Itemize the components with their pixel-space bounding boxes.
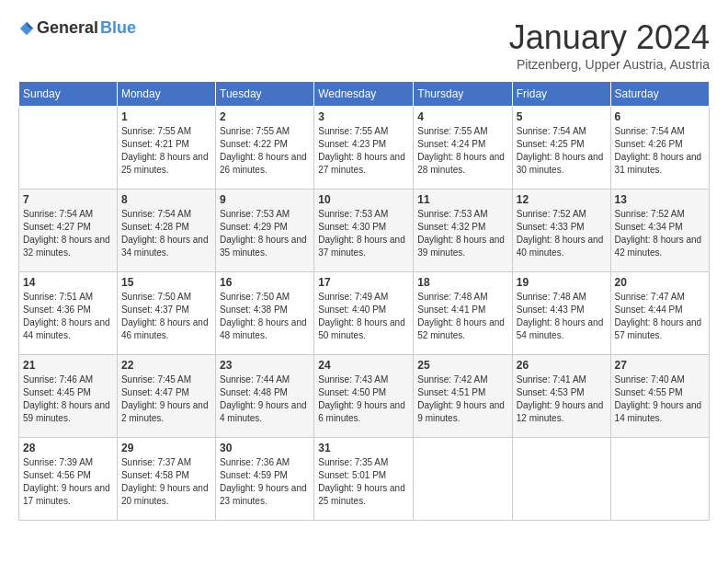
calendar-cell: 6Sunrise: 7:54 AMSunset: 4:26 PMDaylight… [610, 107, 709, 190]
calendar-cell: 13Sunrise: 7:52 AMSunset: 4:34 PMDayligh… [610, 190, 709, 272]
calendar-cell: 9Sunrise: 7:53 AMSunset: 4:29 PMDaylight… [216, 190, 314, 272]
day-info: Sunrise: 7:35 AMSunset: 5:01 PMDaylight:… [318, 456, 409, 508]
day-info: Sunrise: 7:40 AMSunset: 4:55 PMDaylight:… [615, 373, 705, 425]
day-number: 24 [318, 359, 409, 372]
calendar-cell: 24Sunrise: 7:43 AMSunset: 4:50 PMDayligh… [314, 355, 414, 438]
day-number: 27 [615, 359, 705, 372]
day-info: Sunrise: 7:36 AMSunset: 4:59 PMDaylight:… [220, 456, 310, 508]
calendar-cell [610, 438, 709, 521]
day-info: Sunrise: 7:55 AMSunset: 4:22 PMDaylight:… [220, 125, 310, 177]
day-info: Sunrise: 7:47 AMSunset: 4:44 PMDaylight:… [615, 291, 705, 342]
day-info: Sunrise: 7:45 AMSunset: 4:47 PMDaylight:… [121, 373, 211, 425]
week-row-4: 21Sunrise: 7:46 AMSunset: 4:45 PMDayligh… [19, 355, 710, 438]
day-info: Sunrise: 7:49 AMSunset: 4:40 PMDaylight:… [318, 291, 409, 342]
day-info: Sunrise: 7:52 AMSunset: 4:33 PMDaylight:… [517, 208, 607, 259]
calendar-cell: 1Sunrise: 7:55 AMSunset: 4:21 PMDaylight… [117, 107, 215, 190]
day-info: Sunrise: 7:55 AMSunset: 4:24 PMDaylight:… [417, 125, 507, 177]
day-number: 16 [220, 276, 310, 289]
page-header: GeneralBlue January 2024 Pitzenberg, Upp… [18, 18, 710, 72]
calendar-cell: 5Sunrise: 7:54 AMSunset: 4:25 PMDaylight… [512, 107, 610, 190]
day-info: Sunrise: 7:54 AMSunset: 4:27 PMDaylight:… [23, 208, 113, 259]
calendar-cell: 20Sunrise: 7:47 AMSunset: 4:44 PMDayligh… [610, 272, 709, 355]
calendar-cell: 25Sunrise: 7:42 AMSunset: 4:51 PMDayligh… [414, 355, 512, 438]
day-number: 10 [318, 193, 409, 206]
calendar-cell: 17Sunrise: 7:49 AMSunset: 4:40 PMDayligh… [314, 272, 414, 355]
day-info: Sunrise: 7:48 AMSunset: 4:43 PMDaylight:… [517, 291, 607, 342]
day-number: 25 [417, 359, 507, 372]
day-info: Sunrise: 7:52 AMSunset: 4:34 PMDaylight:… [615, 208, 705, 259]
day-number: 9 [220, 193, 310, 206]
calendar-cell: 18Sunrise: 7:48 AMSunset: 4:41 PMDayligh… [414, 272, 512, 355]
location-subtitle: Pitzenberg, Upper Austria, Austria [509, 57, 710, 72]
calendar-cell: 29Sunrise: 7:37 AMSunset: 4:58 PMDayligh… [117, 438, 215, 521]
day-number: 14 [23, 276, 113, 289]
day-number: 3 [318, 110, 409, 123]
day-number: 8 [121, 193, 211, 206]
day-number: 28 [23, 442, 113, 454]
day-info: Sunrise: 7:46 AMSunset: 4:45 PMDaylight:… [23, 373, 113, 425]
calendar-cell: 14Sunrise: 7:51 AMSunset: 4:36 PMDayligh… [19, 272, 118, 355]
day-number: 7 [23, 193, 113, 206]
calendar-cell: 27Sunrise: 7:40 AMSunset: 4:55 PMDayligh… [610, 355, 709, 438]
day-number: 22 [121, 359, 211, 372]
day-info: Sunrise: 7:53 AMSunset: 4:30 PMDaylight:… [318, 208, 409, 259]
day-info: Sunrise: 7:44 AMSunset: 4:48 PMDaylight:… [220, 373, 310, 425]
day-number: 4 [417, 110, 507, 123]
calendar-cell: 21Sunrise: 7:46 AMSunset: 4:45 PMDayligh… [19, 355, 118, 438]
day-info: Sunrise: 7:48 AMSunset: 4:41 PMDaylight:… [417, 291, 507, 342]
logo-text-blue: Blue [100, 18, 136, 38]
day-number: 26 [517, 359, 607, 372]
day-number: 21 [23, 359, 113, 372]
day-number: 1 [121, 110, 211, 123]
calendar-cell: 31Sunrise: 7:35 AMSunset: 5:01 PMDayligh… [314, 438, 414, 521]
calendar-table: SundayMondayTuesdayWednesdayThursdayFrid… [18, 81, 710, 521]
calendar-cell [414, 438, 512, 521]
calendar-cell: 28Sunrise: 7:39 AMSunset: 4:56 PMDayligh… [19, 438, 118, 521]
weekday-header-monday: Monday [117, 82, 215, 107]
day-info: Sunrise: 7:53 AMSunset: 4:32 PMDaylight:… [417, 208, 507, 259]
day-number: 31 [318, 442, 409, 454]
day-info: Sunrise: 7:42 AMSunset: 4:51 PMDaylight:… [417, 373, 507, 425]
day-number: 23 [220, 359, 310, 372]
day-info: Sunrise: 7:41 AMSunset: 4:53 PMDaylight:… [517, 373, 607, 425]
week-row-5: 28Sunrise: 7:39 AMSunset: 4:56 PMDayligh… [19, 438, 710, 521]
calendar-cell: 11Sunrise: 7:53 AMSunset: 4:32 PMDayligh… [414, 190, 512, 272]
weekday-header-sunday: Sunday [19, 82, 118, 107]
weekday-header-row: SundayMondayTuesdayWednesdayThursdayFrid… [19, 82, 710, 107]
week-row-1: 1Sunrise: 7:55 AMSunset: 4:21 PMDaylight… [19, 107, 710, 190]
week-row-2: 7Sunrise: 7:54 AMSunset: 4:27 PMDaylight… [19, 190, 710, 272]
day-info: Sunrise: 7:54 AMSunset: 4:28 PMDaylight:… [121, 208, 211, 259]
day-number: 12 [517, 193, 607, 206]
day-info: Sunrise: 7:51 AMSunset: 4:36 PMDaylight:… [23, 291, 113, 342]
day-number: 29 [121, 442, 211, 454]
calendar-cell: 23Sunrise: 7:44 AMSunset: 4:48 PMDayligh… [216, 355, 314, 438]
day-info: Sunrise: 7:54 AMSunset: 4:25 PMDaylight:… [517, 125, 607, 177]
calendar-cell: 19Sunrise: 7:48 AMSunset: 4:43 PMDayligh… [512, 272, 610, 355]
day-number: 17 [318, 276, 409, 289]
calendar-cell: 26Sunrise: 7:41 AMSunset: 4:53 PMDayligh… [512, 355, 610, 438]
day-number: 15 [121, 276, 211, 289]
day-number: 19 [517, 276, 607, 289]
weekday-header-tuesday: Tuesday [216, 82, 314, 107]
weekday-header-friday: Friday [512, 82, 610, 107]
day-info: Sunrise: 7:39 AMSunset: 4:56 PMDaylight:… [23, 456, 113, 508]
day-number: 11 [417, 193, 507, 206]
day-info: Sunrise: 7:53 AMSunset: 4:29 PMDaylight:… [220, 208, 310, 259]
calendar-cell: 16Sunrise: 7:50 AMSunset: 4:38 PMDayligh… [216, 272, 314, 355]
calendar-cell: 12Sunrise: 7:52 AMSunset: 4:33 PMDayligh… [512, 190, 610, 272]
calendar-cell [512, 438, 610, 521]
day-number: 5 [517, 110, 607, 123]
day-info: Sunrise: 7:50 AMSunset: 4:38 PMDaylight:… [220, 291, 310, 342]
calendar-cell: 30Sunrise: 7:36 AMSunset: 4:59 PMDayligh… [216, 438, 314, 521]
weekday-header-saturday: Saturday [610, 82, 709, 107]
day-number: 6 [615, 110, 705, 123]
day-number: 2 [220, 110, 310, 123]
calendar-cell: 2Sunrise: 7:55 AMSunset: 4:22 PMDaylight… [216, 107, 314, 190]
logo-icon [18, 20, 35, 37]
month-year-title: January 2024 [509, 18, 710, 57]
calendar-cell: 3Sunrise: 7:55 AMSunset: 4:23 PMDaylight… [314, 107, 414, 190]
day-info: Sunrise: 7:55 AMSunset: 4:23 PMDaylight:… [318, 125, 409, 177]
calendar-cell: 10Sunrise: 7:53 AMSunset: 4:30 PMDayligh… [314, 190, 414, 272]
calendar-cell: 22Sunrise: 7:45 AMSunset: 4:47 PMDayligh… [117, 355, 215, 438]
calendar-cell: 7Sunrise: 7:54 AMSunset: 4:27 PMDaylight… [19, 190, 118, 272]
